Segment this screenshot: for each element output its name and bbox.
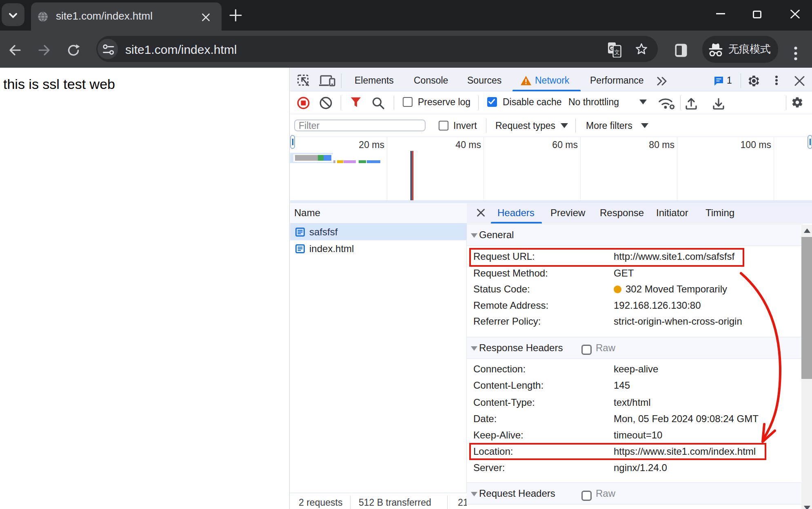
svg-text:文: 文 (614, 49, 620, 55)
